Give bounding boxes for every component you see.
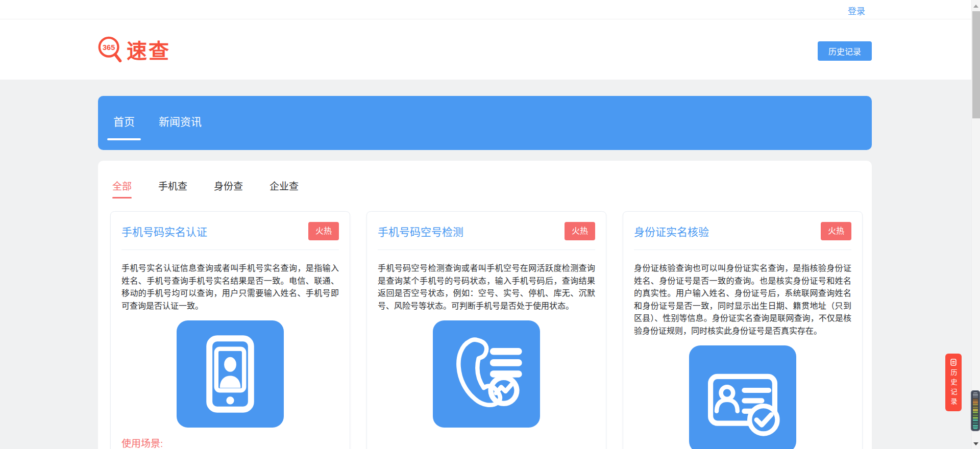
- card-idcard-verification[interactable]: 身份证实名核验 火热 身份证核验查询也可以叫身份证实名查询，是指核验身份证姓名、…: [623, 211, 863, 449]
- card-description: 手机号码空号检测查询或者叫手机空号在网活跃度检测查询是查询某个手机号的号码状态，…: [378, 262, 595, 312]
- scrollbar-up-arrow[interactable]: [973, 5, 978, 8]
- card-phone-realname[interactable]: 手机号码实名认证 火热 手机号实名认证信息查询或者叫手机号实名查询，是指输入姓名…: [110, 211, 350, 449]
- card-description: 身份证核验查询也可以叫身份证实名查询，是指核验身份证姓名、身份证号是否一致的查询…: [634, 262, 851, 337]
- logo-magnifier-icon: 365: [96, 35, 126, 64]
- card-phone-vacancy-check[interactable]: 手机号码空号检测 火热 手机号码空号检测查询或者叫手机空号在网活跃度检测查询是查…: [366, 211, 606, 449]
- card-title: 手机号码实名认证: [121, 223, 207, 239]
- scroll-minimap-widget[interactable]: [971, 390, 980, 431]
- category-filter-tabs: 全部 手机查 身份查 企业查: [98, 161, 872, 193]
- history-doc-icon: [949, 358, 958, 366]
- site-header: 365 速查 历史记录: [0, 19, 980, 79]
- divider: [121, 250, 339, 250]
- logo-text: 速查: [127, 35, 170, 64]
- main-nav-banner: 首页 新闻资讯: [98, 96, 872, 150]
- hot-badge: 火热: [308, 222, 339, 240]
- card-title: 身份证实名核验: [634, 223, 709, 239]
- filter-company[interactable]: 企业查: [270, 180, 299, 193]
- browser-scrollbar[interactable]: [971, 0, 980, 449]
- id-card-check-icon: [689, 345, 796, 449]
- logo-badge-text: 365: [103, 43, 115, 52]
- card-title: 手机号码空号检测: [378, 223, 463, 239]
- floating-history-button[interactable]: 历史记录: [945, 354, 962, 411]
- card-description: 手机号实名认证信息查询或者叫手机号实名查询，是指输入姓名、手机号查询手机号实名结…: [121, 262, 339, 312]
- hot-badge: 火热: [565, 222, 595, 240]
- scrollbar-down-arrow[interactable]: [973, 442, 978, 445]
- topbar: 登录: [0, 0, 980, 19]
- banner-tabs: 首页 新闻资讯: [98, 96, 872, 129]
- divider: [634, 250, 851, 250]
- filter-identity[interactable]: 身份查: [214, 180, 243, 193]
- scrollbar-thumb[interactable]: [972, 11, 980, 118]
- filter-phone[interactable]: 手机查: [158, 180, 187, 193]
- history-button[interactable]: 历史记录: [818, 41, 872, 61]
- minimap-stripes: [973, 392, 978, 429]
- login-link[interactable]: 登录: [848, 4, 865, 17]
- filter-all[interactable]: 全部: [112, 180, 132, 193]
- floating-history-label: 历史记录: [950, 369, 957, 408]
- page-header-area: 登录 365 速查 历史记录: [0, 0, 980, 80]
- service-cards-row: 手机号码实名认证 火热 手机号实名认证信息查询或者叫手机号实名查询，是指输入姓名…: [110, 211, 872, 449]
- site-logo[interactable]: 365 速查: [96, 35, 170, 64]
- handset-status-icon: [433, 320, 540, 428]
- hot-badge: 火热: [821, 222, 851, 240]
- content-panel: 全部 手机查 身份查 企业查 手机号码实名认证 火热 手机号实名认证信息查询或者…: [98, 161, 872, 449]
- tab-news[interactable]: 新闻资讯: [159, 115, 202, 129]
- tab-home[interactable]: 首页: [113, 115, 135, 129]
- mobile-user-icon: [177, 320, 284, 428]
- usage-scenario-label: 使用场景:: [121, 436, 339, 449]
- divider: [378, 250, 595, 250]
